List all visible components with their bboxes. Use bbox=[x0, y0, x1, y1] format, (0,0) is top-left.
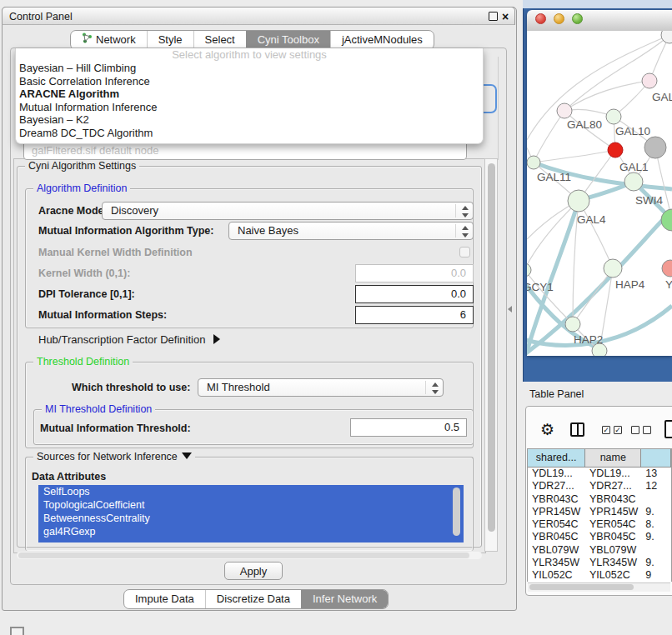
data-attributes-list[interactable]: SelfLoopsTopologicalCoefficientBetweenne… bbox=[38, 485, 464, 542]
panel-divider-arrow[interactable] bbox=[508, 306, 512, 312]
table-row[interactable]: YBL079WYBL079W bbox=[528, 544, 671, 557]
desktop-top-strip bbox=[523, 0, 672, 8]
table-cell: 9. bbox=[641, 506, 671, 518]
algorithm-option[interactable]: ARACNE Algorithm bbox=[16, 88, 483, 101]
close-icon[interactable]: × bbox=[502, 10, 509, 23]
tab-cyni-toolbox[interactable]: Cyni Toolbox bbox=[246, 31, 330, 49]
scrollbar-thumb[interactable] bbox=[529, 584, 634, 590]
sources-title-text: Sources for Network Inference bbox=[37, 451, 178, 462]
table-cell: YBR045C bbox=[585, 531, 641, 543]
mi-threshold-field[interactable]: 0.5 bbox=[350, 418, 467, 437]
network-node[interactable] bbox=[608, 142, 623, 158]
network-node[interactable] bbox=[662, 260, 672, 277]
combo-divider bbox=[455, 224, 456, 238]
table-row[interactable]: YDR27...YDR27...12 bbox=[528, 480, 671, 492]
tab-label: Select bbox=[205, 31, 235, 49]
scrollbar-thumb[interactable] bbox=[488, 163, 495, 532]
data-attribute-item[interactable]: gal4RGexp bbox=[38, 525, 464, 538]
document-icon[interactable] bbox=[664, 420, 672, 438]
network-node[interactable] bbox=[557, 103, 572, 118]
algorithm-option[interactable]: Bayesian – K2 bbox=[16, 113, 483, 127]
tab-infer-network[interactable]: Infer Network bbox=[301, 590, 388, 608]
table-row[interactable]: YBR045CYBR045C9. bbox=[528, 531, 671, 543]
table-row[interactable]: YIL052CYIL052C9 bbox=[528, 569, 671, 582]
sources-title[interactable]: Sources for Network Inference bbox=[33, 451, 195, 463]
network-window-titlebar[interactable] bbox=[527, 10, 672, 32]
algorithm-option[interactable]: Dream8 DC_TDC Algorithm bbox=[16, 127, 483, 140]
unchecked-box-icon[interactable] bbox=[643, 426, 651, 434]
algorithm-option[interactable]: Bayesian – Hill Climbing bbox=[16, 62, 483, 75]
float-window-icon[interactable] bbox=[489, 12, 498, 21]
network-node[interactable] bbox=[592, 343, 607, 356]
network-node[interactable] bbox=[527, 156, 540, 169]
algorithm-option[interactable]: Mutual Information Inference bbox=[16, 101, 483, 114]
network-edge bbox=[534, 111, 564, 162]
tab-network[interactable]: Network bbox=[71, 31, 147, 49]
network-node[interactable] bbox=[644, 137, 666, 158]
checked-box-icon[interactable]: ✓ bbox=[614, 426, 622, 434]
tab-impute-data[interactable]: Impute Data bbox=[124, 590, 205, 608]
table-row[interactable]: YBR043CYBR043C bbox=[528, 493, 671, 506]
tab-label: Cyni Toolbox bbox=[258, 31, 319, 49]
close-button[interactable] bbox=[535, 13, 546, 24]
columns-icon[interactable] bbox=[570, 422, 584, 437]
list-scrollbar-thumb[interactable] bbox=[453, 488, 460, 536]
which-threshold-combo[interactable]: MI Threshold bbox=[198, 378, 444, 397]
settings-horizontal-scrollbar[interactable] bbox=[17, 552, 482, 559]
table-row[interactable]: YER054CYER054C8. bbox=[528, 518, 671, 531]
scrollbar-thumb[interactable] bbox=[18, 552, 469, 558]
checked-box-icon[interactable]: ✓ bbox=[602, 426, 610, 434]
hub-definition-label: Hub/Transcription Factor Definition bbox=[38, 333, 205, 346]
data-attribute-item[interactable]: BetweennessCentrality bbox=[38, 512, 464, 525]
apply-button[interactable]: Apply bbox=[224, 562, 283, 580]
table-column-header[interactable] bbox=[641, 449, 671, 467]
table-column-header[interactable]: shared... bbox=[528, 449, 585, 467]
aracne-mode-combo[interactable]: Discovery bbox=[102, 202, 474, 220]
table-column-header[interactable]: name bbox=[585, 449, 641, 467]
node-label: SWI4 bbox=[635, 194, 663, 207]
dpi-tolerance-field[interactable]: 0.0 bbox=[355, 285, 474, 303]
network-node[interactable] bbox=[624, 172, 643, 191]
network-node[interactable] bbox=[642, 73, 657, 88]
mi-steps-field[interactable]: 6 bbox=[355, 306, 474, 324]
node-label: GAL4 bbox=[577, 213, 606, 226]
gear-icon[interactable]: ⚙ bbox=[540, 421, 554, 439]
network-view-window: GALGAL80GAL10GAL1GAL11SWI4GAL4HAP4YGCY1H… bbox=[527, 10, 672, 356]
network-canvas[interactable]: GALGAL80GAL10GAL1GAL11SWI4GAL4HAP4YGCY1H… bbox=[527, 31, 672, 356]
combo-stepper-icon bbox=[461, 206, 469, 218]
table-row[interactable]: YLR345WYLR345W9. bbox=[528, 557, 671, 569]
data-attribute-item[interactable]: SelfLoops bbox=[38, 485, 464, 498]
table-cell: YER054C bbox=[528, 518, 585, 531]
tab-style[interactable]: Style bbox=[147, 31, 193, 49]
table-cell bbox=[641, 493, 671, 506]
network-node[interactable] bbox=[527, 263, 531, 277]
tab-jactivemnodules[interactable]: jActiveMNodules bbox=[330, 31, 434, 49]
background-groupbox-edge bbox=[498, 57, 499, 160]
network-node[interactable] bbox=[604, 259, 622, 278]
table-horizontal-scrollbar[interactable] bbox=[528, 582, 670, 592]
table-row[interactable]: YDL19...YDL19...13 bbox=[528, 468, 671, 480]
zoom-button[interactable] bbox=[572, 13, 583, 24]
tab-label: Infer Network bbox=[313, 590, 377, 608]
mi-algorithm-type-combo[interactable]: Naive Bayes bbox=[228, 222, 474, 240]
network-node[interactable] bbox=[568, 190, 589, 212]
table-cell: YDR27... bbox=[585, 480, 641, 492]
minimize-button[interactable] bbox=[554, 13, 564, 24]
settings-vertical-scrollbar[interactable] bbox=[484, 158, 498, 552]
data-attribute-item[interactable]: TopologicalCoefficient bbox=[38, 498, 464, 512]
tab-select[interactable]: Select bbox=[193, 31, 246, 49]
kernel-width-field[interactable]: 0.0 bbox=[355, 264, 474, 282]
network-node[interactable] bbox=[661, 31, 672, 43]
aracne-mode-label: Aracne Mode: bbox=[38, 205, 108, 217]
tab-discretize-data[interactable]: Discretize Data bbox=[205, 590, 301, 608]
tab-label: jActiveMNodules bbox=[342, 31, 423, 49]
network-edge bbox=[573, 268, 613, 324]
table-row[interactable]: YPR145WYPR145W9. bbox=[528, 506, 671, 518]
manual-kernel-width-checkbox[interactable] bbox=[459, 247, 470, 258]
unchecked-box-icon[interactable] bbox=[631, 426, 639, 434]
hub-definition-expander[interactable]: Hub/Transcription Factor Definition bbox=[38, 333, 220, 346]
network-node[interactable] bbox=[606, 109, 621, 124]
table-cell: YBL079W bbox=[528, 544, 585, 557]
algorithm-option[interactable]: Basic Correlation Inference bbox=[16, 75, 483, 88]
network-node[interactable] bbox=[565, 317, 580, 332]
